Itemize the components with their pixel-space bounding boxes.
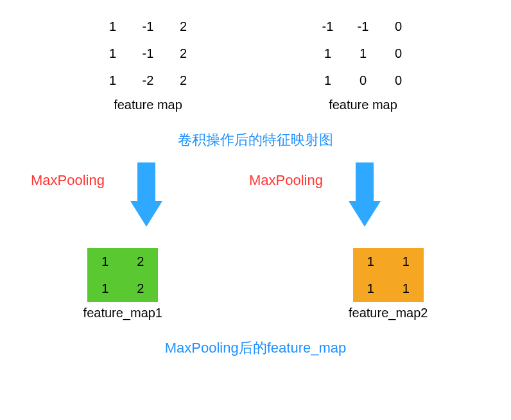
input-matrix-block-2: -1 -1 0 1 1 0 1 0 0 feature map [310, 13, 416, 112]
cell: 1 [345, 40, 381, 67]
cell: 1 [87, 248, 123, 275]
input-matrix-2-label: feature map [329, 98, 397, 112]
cell: 1 [353, 275, 388, 302]
cell: 1 [95, 40, 130, 67]
arrow-group-2: MaxPooling [349, 162, 381, 230]
output-matrix-2: 1 1 1 1 [353, 248, 424, 302]
output-matrix-1-label: feature_map1 [83, 306, 162, 320]
cell: -2 [130, 67, 166, 94]
arrow-down-icon [130, 162, 162, 230]
output-matrix-block-1: 1 2 1 2 feature_map1 [83, 248, 162, 320]
cell: 2 [166, 40, 201, 67]
input-matrix-2: -1 -1 0 1 1 0 1 0 0 [310, 13, 416, 94]
arrows-row: MaxPooling MaxPooling [0, 162, 511, 230]
input-matrices-row: 1 -1 2 1 -1 2 1 -2 2 feature map -1 -1 0… [0, 13, 511, 112]
input-matrix-1: 1 -1 2 1 -1 2 1 -2 2 [95, 13, 201, 94]
pooled-caption: MaxPooling后的feature_map [165, 338, 346, 358]
cell: 2 [123, 275, 158, 302]
input-matrix-1-label: feature map [114, 98, 182, 112]
cell: -1 [310, 13, 345, 40]
diagram-container: 1 -1 2 1 -1 2 1 -2 2 feature map -1 -1 0… [0, 0, 511, 358]
cell: 1 [95, 13, 130, 40]
cell: 1 [310, 67, 345, 94]
maxpool-label-2: MaxPooling [249, 172, 323, 189]
cell: 0 [345, 67, 381, 94]
output-matrices-row: 1 2 1 2 feature_map1 1 1 1 1 feature_map… [0, 248, 511, 320]
cell: 1 [353, 248, 388, 275]
cell: 0 [381, 67, 416, 94]
cell: 2 [166, 13, 201, 40]
cell: -1 [345, 13, 381, 40]
input-matrix-block-1: 1 -1 2 1 -1 2 1 -2 2 feature map [95, 13, 201, 112]
cell: 0 [381, 13, 416, 40]
cell: 1 [388, 248, 424, 275]
cell: 2 [123, 248, 158, 275]
output-matrix-2-label: feature_map2 [349, 306, 428, 320]
arrow-group-1: MaxPooling [130, 162, 162, 230]
conv-caption: 卷积操作后的特征映射图 [178, 130, 333, 150]
output-matrix-1: 1 2 1 2 [87, 248, 158, 302]
cell: 1 [310, 40, 345, 67]
maxpool-label-1: MaxPooling [31, 172, 105, 189]
arrow-down-icon [349, 162, 381, 230]
cell: -1 [130, 13, 166, 40]
cell: 1 [388, 275, 424, 302]
cell: 1 [87, 275, 123, 302]
cell: 1 [95, 67, 130, 94]
cell: 2 [166, 67, 201, 94]
output-matrix-block-2: 1 1 1 1 feature_map2 [349, 248, 428, 320]
cell: -1 [130, 40, 166, 67]
cell: 0 [381, 40, 416, 67]
